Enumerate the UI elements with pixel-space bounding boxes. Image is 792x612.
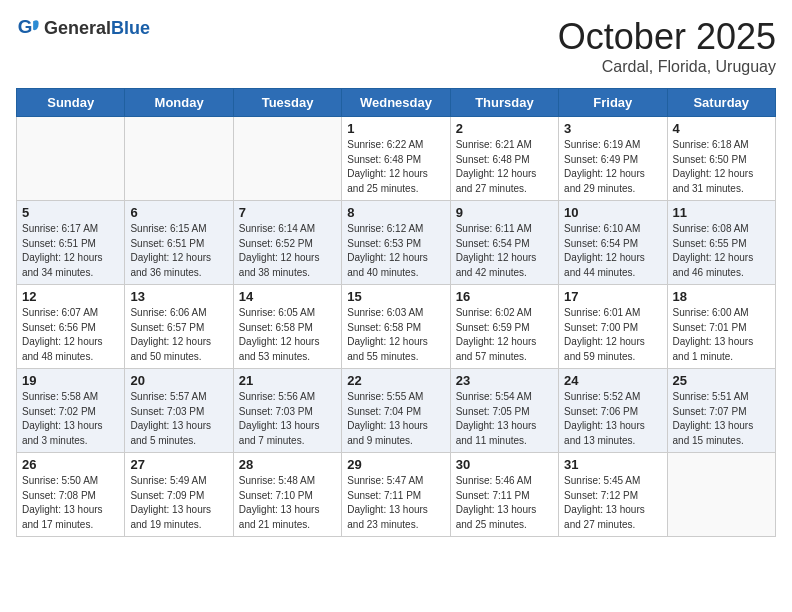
day-info: Sunrise: 5:51 AM Sunset: 7:07 PM Dayligh…	[673, 390, 770, 448]
title-area: October 2025 Cardal, Florida, Uruguay	[558, 16, 776, 76]
svg-text:G: G	[18, 16, 33, 37]
calendar-day-cell: 25Sunrise: 5:51 AM Sunset: 7:07 PM Dayli…	[667, 369, 775, 453]
calendar-day-cell: 5Sunrise: 6:17 AM Sunset: 6:51 PM Daylig…	[17, 201, 125, 285]
day-info: Sunrise: 5:46 AM Sunset: 7:11 PM Dayligh…	[456, 474, 553, 532]
weekday-header-sunday: Sunday	[17, 89, 125, 117]
day-info: Sunrise: 6:03 AM Sunset: 6:58 PM Dayligh…	[347, 306, 444, 364]
day-number: 15	[347, 289, 444, 304]
day-number: 9	[456, 205, 553, 220]
location-title: Cardal, Florida, Uruguay	[558, 58, 776, 76]
calendar-day-cell: 17Sunrise: 6:01 AM Sunset: 7:00 PM Dayli…	[559, 285, 667, 369]
day-number: 13	[130, 289, 227, 304]
calendar-day-cell: 11Sunrise: 6:08 AM Sunset: 6:55 PM Dayli…	[667, 201, 775, 285]
day-number: 31	[564, 457, 661, 472]
calendar-day-cell: 21Sunrise: 5:56 AM Sunset: 7:03 PM Dayli…	[233, 369, 341, 453]
day-number: 21	[239, 373, 336, 388]
day-info: Sunrise: 5:54 AM Sunset: 7:05 PM Dayligh…	[456, 390, 553, 448]
calendar-day-cell: 1Sunrise: 6:22 AM Sunset: 6:48 PM Daylig…	[342, 117, 450, 201]
day-info: Sunrise: 6:10 AM Sunset: 6:54 PM Dayligh…	[564, 222, 661, 280]
day-number: 3	[564, 121, 661, 136]
calendar-day-cell: 23Sunrise: 5:54 AM Sunset: 7:05 PM Dayli…	[450, 369, 558, 453]
day-number: 4	[673, 121, 770, 136]
calendar-day-cell: 29Sunrise: 5:47 AM Sunset: 7:11 PM Dayli…	[342, 453, 450, 537]
day-number: 11	[673, 205, 770, 220]
calendar-day-cell: 9Sunrise: 6:11 AM Sunset: 6:54 PM Daylig…	[450, 201, 558, 285]
weekday-header-saturday: Saturday	[667, 89, 775, 117]
day-info: Sunrise: 6:21 AM Sunset: 6:48 PM Dayligh…	[456, 138, 553, 196]
day-info: Sunrise: 6:19 AM Sunset: 6:49 PM Dayligh…	[564, 138, 661, 196]
day-info: Sunrise: 6:08 AM Sunset: 6:55 PM Dayligh…	[673, 222, 770, 280]
weekday-header-thursday: Thursday	[450, 89, 558, 117]
calendar-day-cell: 4Sunrise: 6:18 AM Sunset: 6:50 PM Daylig…	[667, 117, 775, 201]
day-info: Sunrise: 6:07 AM Sunset: 6:56 PM Dayligh…	[22, 306, 119, 364]
calendar-day-cell: 26Sunrise: 5:50 AM Sunset: 7:08 PM Dayli…	[17, 453, 125, 537]
day-info: Sunrise: 6:02 AM Sunset: 6:59 PM Dayligh…	[456, 306, 553, 364]
day-info: Sunrise: 5:57 AM Sunset: 7:03 PM Dayligh…	[130, 390, 227, 448]
calendar-day-cell	[17, 117, 125, 201]
day-info: Sunrise: 5:47 AM Sunset: 7:11 PM Dayligh…	[347, 474, 444, 532]
calendar-day-cell: 16Sunrise: 6:02 AM Sunset: 6:59 PM Dayli…	[450, 285, 558, 369]
weekday-header-tuesday: Tuesday	[233, 89, 341, 117]
day-info: Sunrise: 6:06 AM Sunset: 6:57 PM Dayligh…	[130, 306, 227, 364]
calendar-day-cell: 31Sunrise: 5:45 AM Sunset: 7:12 PM Dayli…	[559, 453, 667, 537]
day-number: 8	[347, 205, 444, 220]
calendar-day-cell: 3Sunrise: 6:19 AM Sunset: 6:49 PM Daylig…	[559, 117, 667, 201]
day-number: 1	[347, 121, 444, 136]
day-number: 18	[673, 289, 770, 304]
day-number: 25	[673, 373, 770, 388]
calendar-day-cell: 14Sunrise: 6:05 AM Sunset: 6:58 PM Dayli…	[233, 285, 341, 369]
day-number: 2	[456, 121, 553, 136]
day-info: Sunrise: 6:18 AM Sunset: 6:50 PM Dayligh…	[673, 138, 770, 196]
calendar-day-cell	[125, 117, 233, 201]
day-info: Sunrise: 5:49 AM Sunset: 7:09 PM Dayligh…	[130, 474, 227, 532]
weekday-header-wednesday: Wednesday	[342, 89, 450, 117]
weekday-header-monday: Monday	[125, 89, 233, 117]
calendar-day-cell: 10Sunrise: 6:10 AM Sunset: 6:54 PM Dayli…	[559, 201, 667, 285]
day-info: Sunrise: 6:00 AM Sunset: 7:01 PM Dayligh…	[673, 306, 770, 364]
calendar-day-cell: 20Sunrise: 5:57 AM Sunset: 7:03 PM Dayli…	[125, 369, 233, 453]
day-number: 14	[239, 289, 336, 304]
day-info: Sunrise: 6:17 AM Sunset: 6:51 PM Dayligh…	[22, 222, 119, 280]
day-info: Sunrise: 6:15 AM Sunset: 6:51 PM Dayligh…	[130, 222, 227, 280]
day-info: Sunrise: 5:50 AM Sunset: 7:08 PM Dayligh…	[22, 474, 119, 532]
weekday-header-row: SundayMondayTuesdayWednesdayThursdayFrid…	[17, 89, 776, 117]
day-number: 5	[22, 205, 119, 220]
calendar-week-row: 5Sunrise: 6:17 AM Sunset: 6:51 PM Daylig…	[17, 201, 776, 285]
day-number: 7	[239, 205, 336, 220]
calendar-day-cell: 19Sunrise: 5:58 AM Sunset: 7:02 PM Dayli…	[17, 369, 125, 453]
day-number: 22	[347, 373, 444, 388]
day-number: 27	[130, 457, 227, 472]
month-title: October 2025	[558, 16, 776, 58]
calendar-day-cell: 12Sunrise: 6:07 AM Sunset: 6:56 PM Dayli…	[17, 285, 125, 369]
day-number: 30	[456, 457, 553, 472]
calendar-week-row: 12Sunrise: 6:07 AM Sunset: 6:56 PM Dayli…	[17, 285, 776, 369]
logo-icon: G	[16, 16, 40, 40]
header: G GeneralBlue October 2025 Cardal, Flori…	[16, 16, 776, 76]
day-info: Sunrise: 6:01 AM Sunset: 7:00 PM Dayligh…	[564, 306, 661, 364]
day-info: Sunrise: 5:45 AM Sunset: 7:12 PM Dayligh…	[564, 474, 661, 532]
day-number: 24	[564, 373, 661, 388]
logo: G GeneralBlue	[16, 16, 150, 40]
day-number: 23	[456, 373, 553, 388]
calendar-week-row: 26Sunrise: 5:50 AM Sunset: 7:08 PM Dayli…	[17, 453, 776, 537]
day-number: 6	[130, 205, 227, 220]
day-info: Sunrise: 5:48 AM Sunset: 7:10 PM Dayligh…	[239, 474, 336, 532]
calendar-day-cell: 6Sunrise: 6:15 AM Sunset: 6:51 PM Daylig…	[125, 201, 233, 285]
calendar-day-cell: 8Sunrise: 6:12 AM Sunset: 6:53 PM Daylig…	[342, 201, 450, 285]
day-number: 17	[564, 289, 661, 304]
calendar-day-cell: 7Sunrise: 6:14 AM Sunset: 6:52 PM Daylig…	[233, 201, 341, 285]
day-info: Sunrise: 5:52 AM Sunset: 7:06 PM Dayligh…	[564, 390, 661, 448]
day-number: 28	[239, 457, 336, 472]
day-number: 19	[22, 373, 119, 388]
logo-blue: Blue	[111, 18, 150, 38]
day-number: 16	[456, 289, 553, 304]
calendar-day-cell: 24Sunrise: 5:52 AM Sunset: 7:06 PM Dayli…	[559, 369, 667, 453]
day-info: Sunrise: 6:11 AM Sunset: 6:54 PM Dayligh…	[456, 222, 553, 280]
day-info: Sunrise: 5:56 AM Sunset: 7:03 PM Dayligh…	[239, 390, 336, 448]
calendar-week-row: 19Sunrise: 5:58 AM Sunset: 7:02 PM Dayli…	[17, 369, 776, 453]
day-info: Sunrise: 6:14 AM Sunset: 6:52 PM Dayligh…	[239, 222, 336, 280]
day-info: Sunrise: 6:05 AM Sunset: 6:58 PM Dayligh…	[239, 306, 336, 364]
day-number: 10	[564, 205, 661, 220]
calendar-day-cell: 18Sunrise: 6:00 AM Sunset: 7:01 PM Dayli…	[667, 285, 775, 369]
day-number: 26	[22, 457, 119, 472]
